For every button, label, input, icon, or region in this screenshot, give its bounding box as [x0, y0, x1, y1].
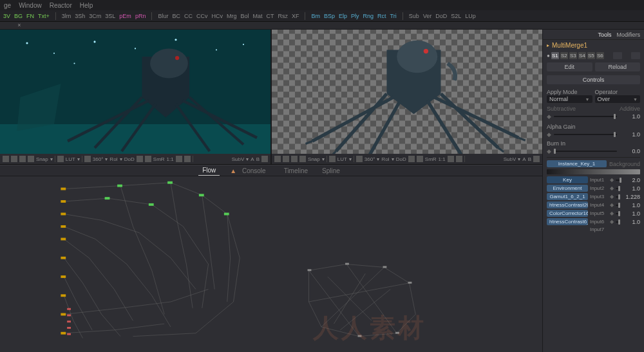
flow-view[interactable]: 人人素材 — [0, 176, 542, 352]
version-s3[interactable]: S3 — [569, 52, 577, 59]
keyframe-icon[interactable]: ◆ — [610, 194, 614, 199]
lock-icon[interactable] — [137, 156, 143, 162]
input-value[interactable]: 1.0 — [622, 185, 640, 192]
keyframe-icon[interactable]: ◆ — [610, 202, 614, 208]
360-toggle[interactable]: 360° — [365, 156, 375, 162]
tool-rng[interactable]: Rng — [363, 13, 375, 19]
tool-bg[interactable]: BG — [14, 13, 23, 19]
input-slider[interactable] — [616, 221, 620, 223]
viewer-a-image[interactable] — [0, 30, 270, 154]
tab-timeline[interactable]: Timeline — [280, 166, 312, 176]
checker-icon[interactable] — [184, 156, 191, 162]
tool-s2l[interactable]: S2L — [450, 13, 462, 19]
b-buffer[interactable]: B — [528, 156, 531, 162]
tool-hcv[interactable]: HCv — [211, 13, 223, 19]
subv-toggle[interactable]: SubV — [504, 156, 516, 162]
norm-icon[interactable] — [448, 156, 454, 162]
keyframe-icon[interactable]: ◆ — [547, 148, 551, 154]
menu-item[interactable]: ge — [4, 2, 11, 9]
smr-toggle[interactable]: SmR — [153, 156, 165, 162]
input-value[interactable]: 1.0 — [622, 219, 640, 225]
tool-sub[interactable]: Sub — [408, 13, 420, 19]
split-icon[interactable] — [261, 156, 268, 162]
close-tab-icon[interactable]: × — [13, 22, 26, 29]
tab-spline[interactable]: Spline — [318, 166, 344, 176]
stereo-icon[interactable] — [299, 156, 306, 162]
tool-bol[interactable]: Bol — [240, 13, 249, 19]
input-slider[interactable] — [616, 196, 620, 198]
one-to-one[interactable]: 1:1 — [439, 156, 446, 162]
menu-item[interactable]: Reactor — [50, 2, 72, 9]
tool-3cm[interactable]: 3Cm — [88, 13, 102, 19]
instance-chip[interactable]: Instance_Key_1 — [547, 160, 607, 167]
tool-3lm[interactable]: 3lm — [61, 13, 72, 19]
b-buffer[interactable]: B — [256, 156, 260, 162]
tool-prn[interactable]: pRn — [135, 13, 147, 19]
tool-rct[interactable]: Rct — [377, 13, 387, 19]
controls-tab[interactable]: Controls — [547, 75, 640, 84]
input-chip[interactable]: Key — [547, 176, 588, 183]
viewer-b[interactable]: Snap▾ LUT▾ 360°▾ RoI▾ DoD SmR 1:1 — [272, 30, 542, 164]
tool-xf[interactable]: XF — [291, 13, 300, 19]
keyframe-icon[interactable]: ◆ — [610, 177, 614, 183]
input-slider[interactable] — [616, 188, 620, 189]
tool-tri[interactable]: Tri — [390, 13, 397, 19]
input-slider[interactable] — [616, 205, 620, 206]
controls-icon[interactable] — [145, 156, 151, 162]
split-icon[interactable] — [533, 156, 540, 162]
operator-dropdown[interactable]: Over▼ — [595, 95, 641, 103]
subv-toggle[interactable]: SubV — [232, 156, 245, 162]
guides-icon[interactable] — [84, 156, 91, 162]
tool-mat[interactable]: Mat — [252, 13, 263, 19]
tool-bc[interactable]: BC — [171, 13, 181, 19]
input-chip[interactable]: ColorCorrector16 — [547, 210, 588, 217]
input-chip[interactable]: Gamut1_6_2_1 — [547, 193, 588, 200]
tool-ct[interactable]: CT — [265, 13, 274, 19]
tool-ver[interactable]: Ver — [422, 13, 433, 19]
tool-3sl[interactable]: 3SL — [104, 13, 116, 19]
tool-3sh[interactable]: 3Sh — [74, 13, 86, 19]
keyframe-icon[interactable]: ◆ — [610, 210, 614, 216]
tool-txt[interactable]: Txt+ — [37, 13, 50, 19]
stereo-icon[interactable] — [28, 156, 34, 162]
dod-toggle[interactable]: DoD — [396, 156, 406, 162]
tab-tools[interactable]: Tools — [598, 32, 611, 38]
input-chip[interactable]: Environment — [547, 185, 588, 192]
tool-bm[interactable]: Bm — [310, 13, 321, 19]
input-value[interactable]: 1.228 — [622, 194, 640, 200]
controls-icon[interactable] — [417, 156, 423, 162]
keyframe-icon[interactable]: ◆ — [610, 219, 614, 225]
roi-toggle[interactable]: RoI — [109, 156, 117, 162]
viewer-a[interactable]: Snap▾ LUT▾ 360°▾ RoI▾ DoD SmR 1:1 — [0, 30, 270, 164]
burn-in-slider[interactable] — [554, 151, 617, 152]
tool-fn[interactable]: FN — [26, 13, 35, 19]
burn-in-value[interactable]: 0.0 — [620, 148, 640, 154]
zoom-icon[interactable] — [274, 156, 281, 162]
tool-elp[interactable]: Elp — [338, 13, 348, 19]
tab-console[interactable]: ▲ Console — [226, 166, 273, 176]
fit-icon[interactable] — [283, 156, 289, 162]
tool-dod[interactable]: DoD — [435, 13, 448, 19]
tool-3v[interactable]: 3V — [3, 13, 11, 19]
channel-icon[interactable] — [57, 156, 64, 162]
lut-toggle[interactable]: LUT — [337, 156, 347, 162]
keyframe-icon[interactable]: ◆ — [547, 131, 551, 138]
version-s2[interactable]: S2 — [560, 52, 568, 59]
viewer-b-image[interactable] — [272, 30, 542, 154]
version-s5[interactable]: S5 — [587, 52, 595, 59]
guides-icon[interactable] — [356, 156, 363, 162]
input-chip[interactable]: htnessContrast6_2 — [547, 218, 588, 225]
alpha-gain-value[interactable]: 1.0 — [620, 131, 640, 138]
a-buffer[interactable]: A — [522, 156, 526, 162]
tool-blur[interactable]: Blur — [157, 13, 169, 19]
360-toggle[interactable]: 360° — [93, 156, 104, 162]
tool-cc[interactable]: CC — [184, 13, 193, 19]
input-slider[interactable] — [616, 213, 620, 214]
version-s4[interactable]: S4 — [578, 52, 586, 59]
input-value[interactable]: 2.0 — [622, 177, 640, 183]
menu-item[interactable]: Help — [80, 2, 93, 9]
dod-toggle[interactable]: DoD — [124, 156, 135, 162]
roi-toggle[interactable]: RoI — [381, 156, 389, 162]
checker-icon[interactable] — [456, 156, 462, 162]
input-slider[interactable] — [616, 180, 620, 181]
